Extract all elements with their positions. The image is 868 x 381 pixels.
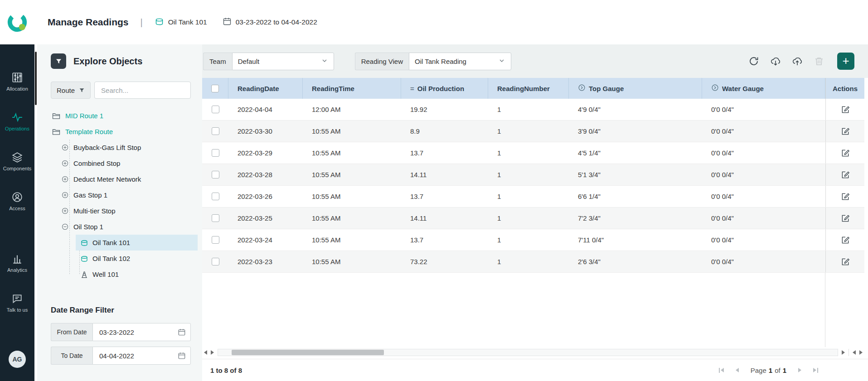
tree-item-oil-tank-101[interactable]: Oil Tank 101 (51, 235, 198, 251)
tree-item-buyback-gas-lift-stop[interactable]: Buyback-Gas Lift Stop (51, 140, 198, 155)
to-date-value[interactable] (93, 347, 190, 364)
table-row[interactable]: 2022-03-29 10:55 AM 13.7 1 4'5 1/4" 0'0 … (202, 142, 864, 164)
table-row[interactable]: 2022-03-26 10:55 AM 13.7 1 6'6 1/4" 0'0 … (202, 186, 864, 207)
refresh-icon[interactable] (748, 56, 759, 67)
edit-icon[interactable] (841, 192, 850, 201)
calendar-icon[interactable] (178, 328, 186, 336)
search-input[interactable] (94, 82, 191, 99)
sidebar-item-analytics[interactable]: Analytics (0, 253, 34, 273)
team-select[interactable]: Default (232, 53, 334, 70)
tree-item-gas-stop-1[interactable]: Gas Stop 1 (51, 187, 198, 203)
row-checkbox[interactable] (212, 106, 219, 113)
row-checkbox[interactable] (212, 214, 219, 222)
first-page-button[interactable] (719, 368, 724, 373)
user-avatar[interactable]: AG (9, 351, 26, 368)
scrollbar-thumb[interactable] (232, 350, 384, 355)
filter-button[interactable] (51, 53, 66, 69)
scroll-right-button[interactable] (842, 350, 845, 355)
table-row[interactable]: 2022-03-23 10:55 AM 73.22 1 2'6 3/4" 0'0… (202, 251, 864, 273)
plus-icon[interactable] (61, 144, 69, 151)
add-reading-button[interactable]: + (837, 53, 854, 70)
tree-item-oil-tank-102[interactable]: Oil Tank 102 (51, 251, 198, 266)
row-checkbox[interactable] (212, 171, 219, 178)
cloud-download-icon[interactable] (770, 56, 781, 67)
route-label: Route (57, 87, 75, 94)
edit-icon[interactable] (841, 214, 850, 223)
calendar-icon[interactable] (178, 352, 186, 360)
table-row[interactable]: 2022-03-28 10:55 AM 14.11 1 5'1 3/4" 0'0… (202, 164, 864, 186)
scroll-left-button[interactable] (204, 350, 207, 355)
scrollbar-track[interactable] (218, 349, 838, 356)
row-checkbox[interactable] (212, 127, 219, 135)
table-row[interactable]: 2022-03-24 10:55 AM 13.7 1 7'11 0/4" 0'0… (202, 229, 864, 251)
next-page-button[interactable] (798, 368, 801, 372)
edit-icon[interactable] (841, 170, 850, 179)
column-header-readingdate[interactable]: ReadingDate (228, 78, 303, 99)
tank-icon (80, 239, 88, 247)
plus-icon[interactable] (61, 159, 69, 167)
column-header-oil-production[interactable]: =Oil Production (401, 78, 488, 99)
tree-item-template-route[interactable]: Template Route (51, 124, 198, 140)
title-divider: | (141, 17, 143, 28)
cell-water-gauge: 0'0 0/4" (702, 186, 825, 207)
sidebar-item-access[interactable]: Access (0, 191, 34, 211)
sidebar-item-components[interactable]: Components (0, 151, 34, 171)
edit-icon[interactable] (841, 257, 850, 266)
folder-icon[interactable] (52, 127, 61, 136)
edit-icon[interactable] (841, 105, 850, 114)
sidebar-item-allocation[interactable]: Allocation (0, 72, 34, 92)
sidebar-item-talk-to-us[interactable]: Talk to us (0, 293, 34, 313)
trash-icon[interactable] (814, 56, 824, 67)
select-all-checkbox[interactable] (211, 85, 219, 92)
row-checkbox[interactable] (212, 236, 219, 244)
column-header-top-gauge[interactable]: Top Gauge (569, 78, 702, 99)
cloud-upload-icon[interactable] (792, 56, 803, 67)
toolbar-actions: + (748, 53, 854, 70)
plus-icon[interactable] (61, 191, 69, 199)
tree-item-deduct-meter-network[interactable]: Deduct Meter Network (51, 171, 198, 187)
tree-item-combined-stop[interactable]: Combined Stop (51, 155, 198, 171)
tree-item-well-101[interactable]: Well 101 (51, 266, 198, 282)
edit-icon[interactable] (841, 149, 850, 158)
table-row[interactable]: 2022-03-25 10:55 AM 14.11 1 7'2 3/4" 0'0… (202, 207, 864, 229)
edit-icon[interactable] (841, 127, 850, 136)
row-checkbox[interactable] (212, 258, 219, 265)
logo-icon (5, 10, 29, 34)
route-selector[interactable]: Route (51, 82, 91, 99)
folder-icon[interactable] (52, 111, 61, 121)
minus-icon[interactable] (61, 223, 69, 231)
cell-top-gauge: 2'6 3/4" (569, 251, 702, 272)
header-date-range: 03-23-2022 to 04-04-2022 (223, 17, 317, 28)
plus-icon[interactable] (61, 207, 69, 215)
edit-icon[interactable] (841, 236, 850, 245)
table-row[interactable]: 2022-04-04 12:00 AM 19.92 1 4'9 0/4" 0'0… (202, 99, 864, 121)
chat-icon (11, 293, 23, 304)
pinned-scroll-left-button[interactable] (853, 350, 856, 355)
app-logo[interactable] (0, 0, 34, 44)
circled-arrow-icon (711, 84, 719, 93)
prev-page-button[interactable] (736, 368, 739, 372)
to-date-input[interactable] (92, 347, 191, 365)
tree-item-mid-route-1[interactable]: MID Route 1 (51, 108, 198, 124)
from-date-input[interactable] (92, 323, 191, 341)
from-date-value[interactable] (93, 323, 190, 341)
tree-item-multi-tier-stop[interactable]: Multi-tier Stop (51, 203, 198, 219)
tree-item-oil-stop-1[interactable]: Oil Stop 1 (51, 219, 198, 235)
column-header-readingnumber[interactable]: ReadingNumber (488, 78, 569, 99)
cell-water-gauge: 0'0 0/4" (702, 121, 825, 142)
cell-top-gauge: 7'11 0/4" (569, 229, 702, 251)
sidebar-item-operations[interactable]: Operations (0, 111, 34, 131)
row-checkbox[interactable] (212, 149, 219, 157)
access-icon (11, 191, 23, 203)
panel-scrollbar-thumb[interactable] (35, 52, 37, 105)
table-row[interactable]: 2022-03-30 10:55 AM 8.9 1 3'9 0/4" 0'0 0… (202, 121, 864, 142)
last-page-button[interactable] (813, 368, 818, 373)
row-checkbox[interactable] (212, 193, 219, 200)
cell-water-gauge: 0'0 0/4" (702, 142, 825, 164)
column-header-water-gauge[interactable]: Water Gauge (702, 78, 825, 99)
plus-icon[interactable] (61, 175, 69, 183)
reading-view-select[interactable]: Oil Tank Reading (409, 53, 511, 70)
pinned-scroll-right-button[interactable] (859, 350, 863, 355)
scroll-right-button[interactable] (211, 350, 214, 355)
column-header-readingtime[interactable]: ReadingTime (303, 78, 401, 99)
